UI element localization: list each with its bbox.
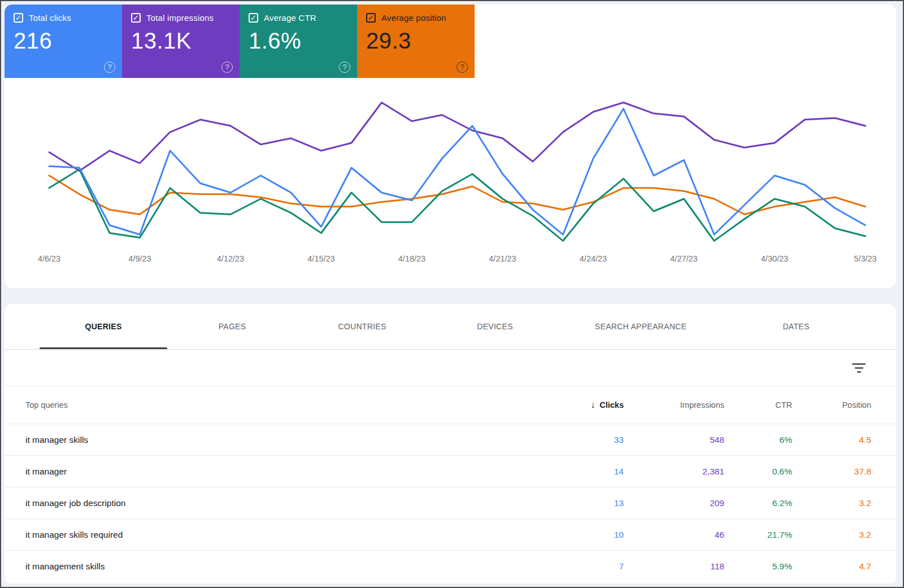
position-cell: 3.2 bbox=[792, 530, 871, 540]
position-cell: 4.7 bbox=[792, 561, 871, 572]
filter-button[interactable] bbox=[849, 360, 869, 376]
metric-label: Total impressions bbox=[146, 13, 214, 23]
svg-text:4/30/23: 4/30/23 bbox=[761, 254, 788, 263]
query-cell[interactable]: it manager skills required bbox=[25, 530, 545, 540]
metric-label: Average position bbox=[381, 13, 446, 23]
performance-chart: 4/6/234/9/234/12/234/15/234/18/234/21/23… bbox=[5, 78, 896, 288]
filter-row bbox=[5, 350, 896, 386]
query-cell[interactable]: it management skills bbox=[25, 561, 545, 572]
metric-card-total-clicks[interactable]: ✓ Total clicks 216 ? bbox=[5, 5, 122, 78]
help-icon[interactable]: ? bbox=[221, 62, 233, 73]
position-cell: 37.8 bbox=[792, 467, 871, 477]
check-icon: ✓ bbox=[250, 14, 257, 21]
check-icon: ✓ bbox=[15, 14, 21, 21]
metric-cards-row: ✓ Total clicks 216 ? ✓ Total impressions… bbox=[5, 5, 475, 78]
tab-pages[interactable]: PAGES bbox=[168, 304, 296, 349]
tab-label: PAGES bbox=[219, 322, 246, 331]
tab-queries[interactable]: QUERIES bbox=[38, 304, 168, 349]
tab-dates[interactable]: DATES bbox=[720, 304, 872, 349]
column-header-ctr[interactable]: CTR bbox=[724, 400, 792, 410]
metric-card-header: ✓ Average CTR bbox=[249, 13, 348, 23]
metric-label: Total clicks bbox=[29, 13, 71, 23]
filter-icon bbox=[852, 363, 866, 373]
impressions-cell: 46 bbox=[624, 530, 724, 540]
metric-value: 13.1K bbox=[131, 28, 231, 54]
svg-text:4/21/23: 4/21/23 bbox=[489, 254, 516, 263]
column-label: Clicks bbox=[599, 400, 624, 410]
ctr-cell: 5.9% bbox=[724, 561, 792, 572]
query-cell[interactable]: it manager job description bbox=[25, 498, 545, 508]
report-panel: QUERIES PAGES COUNTRIES DEVICES SEARCH A… bbox=[5, 304, 896, 583]
clicks-cell: 14 bbox=[545, 467, 624, 477]
metric-card-header: ✓ Total impressions bbox=[131, 13, 231, 23]
metric-value: 1.6% bbox=[249, 28, 348, 54]
check-icon: ✓ bbox=[133, 14, 139, 21]
table-row[interactable]: it manager job description 13 209 6.2% 3… bbox=[5, 487, 896, 519]
metric-card-header: ✓ Total clicks bbox=[14, 13, 113, 23]
sort-desc-icon: ↓ bbox=[590, 400, 595, 410]
svg-text:4/27/23: 4/27/23 bbox=[670, 254, 697, 263]
clicks-cell: 13 bbox=[545, 498, 624, 508]
help-icon[interactable]: ? bbox=[104, 62, 115, 73]
check-icon: ✓ bbox=[368, 14, 374, 21]
checkbox-checked-icon[interactable]: ✓ bbox=[14, 13, 23, 23]
position-cell: 4.5 bbox=[792, 435, 871, 445]
performance-panel: ✓ Total clicks 216 ? ✓ Total impressions… bbox=[5, 5, 896, 288]
query-cell[interactable]: it manager bbox=[25, 467, 545, 477]
metric-card-average-position[interactable]: ✓ Average position 29.3 ? bbox=[357, 5, 475, 78]
table-row[interactable]: it manager skills 33 548 6% 4.5 bbox=[5, 424, 896, 456]
tab-label: COUNTRIES bbox=[338, 322, 386, 331]
metric-card-average-ctr[interactable]: ✓ Average CTR 1.6% ? bbox=[240, 5, 357, 78]
impressions-cell: 2,381 bbox=[624, 467, 724, 477]
tab-label: SEARCH APPEARANCE bbox=[595, 322, 686, 331]
svg-text:4/24/23: 4/24/23 bbox=[580, 254, 607, 263]
ctr-cell: 0.6% bbox=[724, 467, 792, 477]
table-header: Top queries ↓Clicks Impressions CTR Posi… bbox=[5, 386, 896, 424]
tab-countries[interactable]: COUNTRIES bbox=[296, 304, 428, 349]
table-row[interactable]: it manager 14 2,381 0.6% 37.8 bbox=[5, 456, 896, 487]
clicks-cell: 7 bbox=[545, 561, 624, 572]
metric-card-total-impressions[interactable]: ✓ Total impressions 13.1K ? bbox=[122, 5, 240, 78]
ctr-cell: 6.2% bbox=[724, 498, 792, 508]
ctr-cell: 6% bbox=[724, 435, 792, 445]
metric-value: 216 bbox=[14, 28, 113, 54]
impressions-cell: 209 bbox=[624, 498, 724, 508]
checkbox-checked-icon[interactable]: ✓ bbox=[131, 13, 141, 23]
tab-label: DEVICES bbox=[477, 322, 513, 331]
column-header-position[interactable]: Position bbox=[792, 400, 871, 410]
position-cell: 3.2 bbox=[792, 498, 871, 508]
svg-text:4/15/23: 4/15/23 bbox=[307, 254, 334, 263]
clicks-cell: 10 bbox=[545, 530, 624, 540]
column-header-clicks[interactable]: ↓Clicks bbox=[545, 400, 624, 410]
impressions-cell: 118 bbox=[624, 561, 724, 572]
metric-value: 29.3 bbox=[366, 28, 466, 54]
column-header-top-queries[interactable]: Top queries bbox=[25, 400, 545, 410]
tab-devices[interactable]: DEVICES bbox=[428, 304, 562, 349]
impressions-cell: 548 bbox=[624, 435, 724, 445]
svg-text:4/6/23: 4/6/23 bbox=[38, 254, 60, 263]
svg-text:5/3/23: 5/3/23 bbox=[854, 254, 876, 263]
table-row[interactable]: it management skills 7 118 5.9% 4.7 bbox=[5, 551, 896, 582]
ctr-cell: 21.7% bbox=[724, 530, 792, 540]
tab-label: QUERIES bbox=[85, 322, 121, 331]
tab-search-appearance[interactable]: SEARCH APPEARANCE bbox=[562, 304, 720, 349]
svg-text:4/18/23: 4/18/23 bbox=[398, 254, 425, 263]
metric-label: Average CTR bbox=[264, 13, 316, 23]
help-icon[interactable]: ? bbox=[339, 62, 350, 73]
svg-text:4/12/23: 4/12/23 bbox=[217, 254, 244, 263]
query-cell[interactable]: it manager skills bbox=[25, 435, 545, 445]
column-header-impressions[interactable]: Impressions bbox=[624, 400, 724, 410]
checkbox-checked-icon[interactable]: ✓ bbox=[249, 13, 258, 23]
svg-text:4/9/23: 4/9/23 bbox=[128, 254, 151, 263]
tab-label: DATES bbox=[783, 322, 809, 331]
checkbox-checked-icon[interactable]: ✓ bbox=[366, 13, 376, 23]
metric-card-header: ✓ Average position bbox=[366, 13, 466, 23]
tabs-bar: QUERIES PAGES COUNTRIES DEVICES SEARCH A… bbox=[5, 304, 896, 350]
help-icon[interactable]: ? bbox=[457, 62, 468, 73]
clicks-cell: 33 bbox=[545, 435, 624, 445]
table-row[interactable]: it manager skills required 10 46 21.7% 3… bbox=[5, 519, 896, 551]
